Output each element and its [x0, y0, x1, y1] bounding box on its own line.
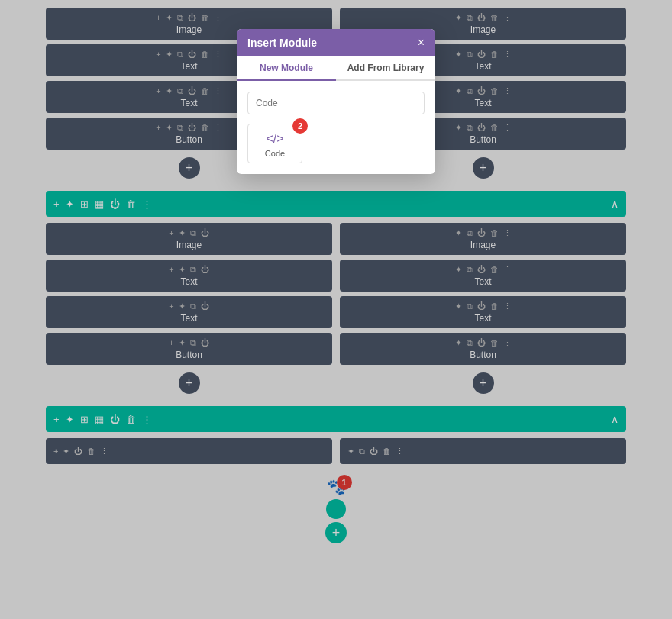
modal-tabs: New Module Add From Library — [237, 56, 435, 81]
modal-body: </> Code 2 — [237, 81, 435, 174]
insert-module-modal: Insert Module × New Module Add From Libr… — [237, 29, 435, 174]
code-icon: </> — [253, 132, 297, 146]
modal-overlay: Insert Module × New Module Add From Libr… — [0, 0, 672, 619]
module-grid: </> Code 2 — [247, 124, 425, 163]
module-badge: 2 — [292, 118, 308, 134]
modal-header: Insert Module × — [237, 29, 435, 56]
tab-add-from-library[interactable]: Add From Library — [336, 56, 435, 81]
module-card-code[interactable]: </> Code 2 — [247, 124, 302, 163]
module-card-label: Code — [253, 149, 297, 158]
tab-new-module[interactable]: New Module — [237, 56, 336, 81]
page-wrapper: + ✦ ⧉ ⏻ 🗑 ⋮ Image + ✦ ⧉ ⏻ 🗑 — [0, 0, 672, 619]
modal-title: Insert Module — [247, 37, 317, 49]
modal-close-btn[interactable]: × — [418, 37, 425, 49]
module-search-input[interactable] — [247, 92, 425, 114]
